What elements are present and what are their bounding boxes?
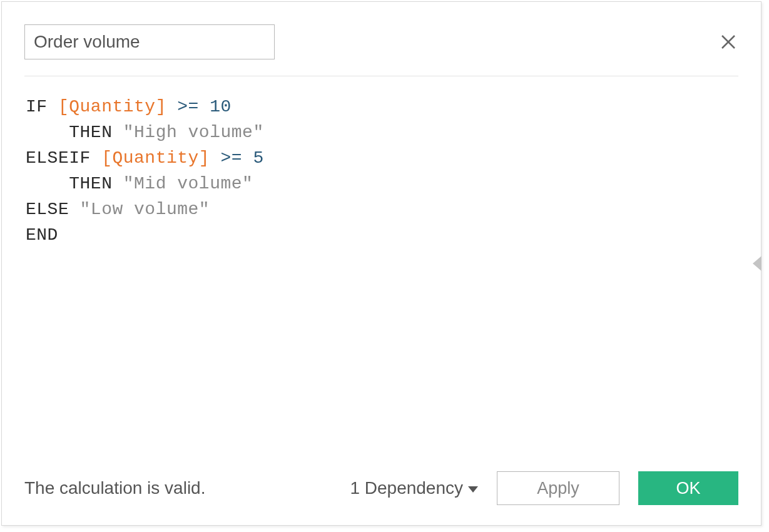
dialog-footer: The calculation is valid. 1 Dependency A…	[2, 471, 761, 525]
dialog-header	[2, 2, 761, 59]
formula-editor-wrap: IF [Quantity] >= 10 THEN "High volume" E…	[2, 76, 761, 471]
caret-down-icon	[468, 486, 478, 493]
calc-name-input[interactable]	[24, 24, 275, 59]
formula-editor[interactable]: IF [Quantity] >= 10 THEN "High volume" E…	[26, 94, 738, 248]
validation-status: The calculation is valid.	[24, 478, 205, 498]
apply-button[interactable]: Apply	[497, 471, 619, 505]
dependency-dropdown[interactable]: 1 Dependency	[350, 478, 478, 498]
calculated-field-dialog: IF [Quantity] >= 10 THEN "High volume" E…	[1, 1, 761, 526]
expand-panel-toggle[interactable]	[753, 256, 761, 271]
ok-button[interactable]: OK	[638, 471, 738, 505]
dependency-label: 1 Dependency	[350, 478, 463, 498]
close-icon	[720, 34, 736, 50]
close-button[interactable]	[720, 33, 737, 51]
